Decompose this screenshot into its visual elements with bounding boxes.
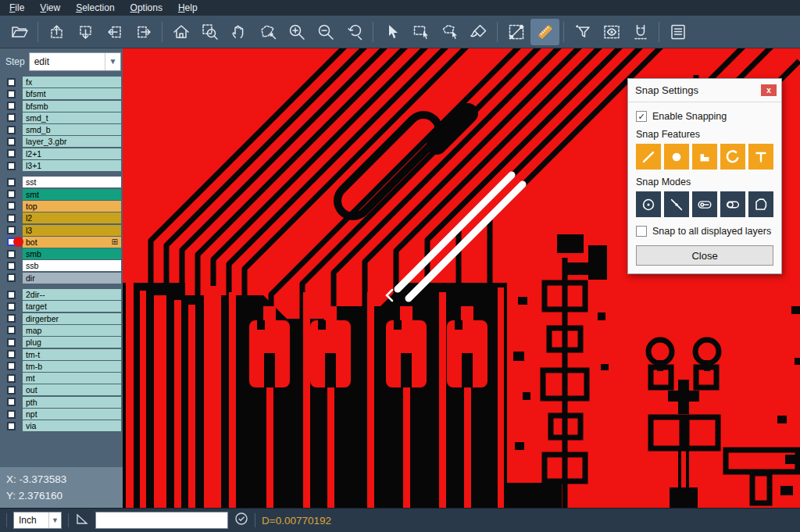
unit-select[interactable]: Inch ▼ (13, 512, 62, 529)
layer-name-band[interactable]: l3+1 (23, 160, 121, 171)
pan-right-button[interactable] (129, 19, 158, 45)
layer-visibility-checkbox[interactable] (7, 302, 16, 311)
layer-name-band[interactable]: 2dir-- (23, 289, 121, 300)
layer-name-band[interactable]: mt (23, 373, 121, 384)
snap-mode-center-button[interactable] (636, 191, 661, 217)
layer-name-band[interactable]: smt (23, 189, 121, 200)
layer-visibility-checkbox[interactable] (7, 190, 16, 198)
layer-visibility-checkbox[interactable] (7, 102, 16, 110)
layer-name-band[interactable]: pth (23, 397, 121, 408)
apply-icon[interactable] (234, 512, 248, 529)
menu-item-view[interactable]: View (32, 1, 68, 15)
layer-name-band[interactable]: l3 (23, 225, 121, 236)
snap-mode-outline-button[interactable] (720, 191, 745, 217)
layer-visibility-checkbox[interactable] (7, 398, 16, 406)
layer-visibility-checkbox[interactable] (7, 90, 16, 98)
snap-feature-arc-button[interactable] (720, 144, 745, 170)
layer-name-band[interactable]: smd_b (23, 124, 121, 135)
layer-name-band[interactable]: l2 (23, 212, 121, 223)
layer-visibility-checkbox[interactable] (7, 78, 16, 87)
layer-name-band[interactable]: via (23, 420, 121, 431)
layer-name-band[interactable]: npt (23, 409, 121, 420)
close-button[interactable]: Close (636, 245, 773, 266)
layer-name-band[interactable]: map (23, 325, 121, 336)
layer-visibility-checkbox[interactable] (7, 362, 16, 370)
layer-name-band[interactable]: ssb (23, 260, 121, 271)
layer-name-band[interactable]: fx (23, 77, 121, 87)
pcb-canvas[interactable]: Snap Settings x ✓ Enable Snapping Snap F… (123, 48, 800, 508)
snap-button[interactable] (626, 19, 655, 45)
select-rectangle-button[interactable] (406, 19, 435, 45)
snap-feature-line-button[interactable] (636, 144, 661, 170)
layer-visibility-checkbox[interactable] (7, 273, 16, 282)
layer-name-band[interactable]: smd_t (23, 112, 121, 123)
snap-feature-surface-button[interactable] (692, 144, 717, 170)
layer-name-band[interactable]: bfsmt (23, 88, 121, 99)
pan-up-button[interactable] (42, 19, 71, 45)
zoom-window-button[interactable] (195, 19, 224, 45)
zoom-home-button[interactable] (166, 19, 195, 45)
layer-visibility-checkbox[interactable] (7, 422, 16, 430)
notes-button[interactable] (663, 19, 692, 45)
close-icon[interactable]: x (761, 84, 777, 96)
layer-visibility-checkbox[interactable] (7, 178, 16, 187)
layer-name-band[interactable]: tm-b (23, 361, 121, 372)
command-input[interactable] (95, 512, 228, 529)
filter-button[interactable] (568, 19, 597, 45)
enable-snapping-checkbox[interactable]: ✓ (636, 111, 647, 122)
layer-name-band[interactable]: plug (23, 337, 121, 348)
select-polygon-button[interactable] (435, 19, 464, 45)
layer-name-band[interactable]: target (23, 301, 121, 312)
layer-visibility-checkbox[interactable] (7, 137, 16, 146)
layer-visibility-checkbox[interactable] (7, 326, 16, 334)
pan-left-button[interactable] (100, 19, 129, 45)
snap-feature-pad-button[interactable] (664, 144, 689, 170)
layer-name-band[interactable]: out (23, 384, 121, 395)
layer-name-band[interactable]: tm-t (23, 349, 121, 360)
layer-name-band[interactable]: bot⊞ (23, 237, 121, 248)
layer-visibility-checkbox[interactable] (7, 149, 16, 158)
menu-item-file[interactable]: File (2, 1, 32, 15)
menu-item-help[interactable]: Help (170, 1, 205, 15)
layer-name-band[interactable]: smb (23, 248, 121, 259)
zoom-out-button[interactable] (311, 19, 340, 45)
snap-all-layers-checkbox[interactable] (636, 226, 647, 237)
layer-visibility-checkbox[interactable] (7, 126, 16, 134)
view-filter-button[interactable] (597, 19, 626, 45)
zoom-previous-button[interactable] (340, 19, 369, 45)
menu-item-selection[interactable]: Selection (68, 1, 122, 15)
brush-button[interactable] (464, 19, 493, 45)
measure-line-button[interactable] (502, 19, 530, 45)
snap-mode-contour-button[interactable] (748, 191, 773, 217)
layer-visibility-checkbox[interactable] (7, 350, 16, 359)
layer-visibility-checkbox[interactable] (7, 214, 16, 223)
layer-visibility-checkbox[interactable] (7, 262, 16, 270)
layer-visibility-checkbox[interactable] (7, 338, 16, 347)
snap-feature-text-button[interactable] (748, 144, 773, 170)
menu-item-options[interactable]: Options (123, 1, 170, 15)
layer-name-band[interactable]: layer_3.gbr (23, 136, 121, 147)
measure-ruler-button[interactable] (530, 19, 559, 45)
layer-visibility-checkbox[interactable] (7, 162, 16, 170)
open-button[interactable] (5, 19, 34, 45)
layer-visibility-checkbox[interactable] (7, 226, 16, 234)
layer-name-band[interactable]: l2+1 (23, 148, 121, 159)
zoom-in-button[interactable] (282, 19, 311, 45)
layer-visibility-checkbox[interactable] (7, 250, 16, 259)
layer-visibility-checkbox[interactable] (7, 314, 16, 323)
select-button[interactable] (377, 19, 406, 45)
layer-visibility-checkbox[interactable] (7, 410, 16, 419)
zoom-polygon-button[interactable] (253, 19, 282, 45)
layer-name-band[interactable]: dirgerber (23, 313, 121, 324)
layer-visibility-checkbox[interactable] (7, 113, 16, 122)
snap-mode-slot-button[interactable] (692, 191, 717, 217)
pan-hand-button[interactable] (224, 19, 253, 45)
layer-name-band[interactable]: sst (23, 177, 121, 187)
layer-name-band[interactable]: bfsmb (23, 101, 121, 112)
layer-name-band[interactable]: top (23, 201, 121, 212)
layer-visibility-checkbox[interactable] (7, 291, 16, 299)
layer-visibility-checkbox[interactable] (7, 374, 16, 383)
snap-mode-midpoint-button[interactable] (664, 191, 689, 217)
layer-visibility-checkbox[interactable] (7, 202, 16, 210)
layer-visibility-checkbox[interactable] (7, 386, 16, 395)
